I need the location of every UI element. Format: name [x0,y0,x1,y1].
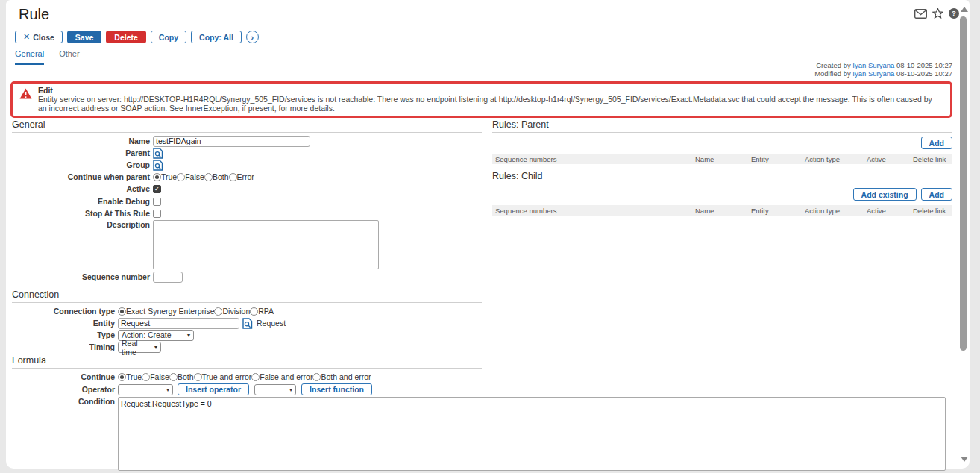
type-label: Type [12,331,118,340]
condition-textarea[interactable]: Request.RequestType = 0 [118,397,946,471]
error-banner: Edit Entity service on server: http://DE… [10,81,952,118]
col-name: Name [692,155,748,163]
connection-type-row: Connection type Exact Synergy Enterprise… [12,305,482,317]
save-button-label: Save [75,33,94,42]
formula-continue-row: Continue TrueFalseBothTrue and errorFals… [12,371,947,383]
formula-radio-both[interactable] [169,373,178,381]
formula-option-true-and-error: True and error [202,372,252,382]
help-icon[interactable]: ? [949,8,959,19]
rules-parent-add-label: Add [929,139,944,148]
created-datetime: 08-10-2025 10:27 [896,61,952,69]
parent-lookup-icon[interactable] [153,148,163,159]
tab-general[interactable]: General [15,49,44,65]
formula-section: Formula Continue TrueFalseBothTrue and e… [12,355,947,471]
formula-radio-false-and-error[interactable] [251,373,260,381]
connection-section-heading: Connection [12,289,482,303]
entity-lookup-icon[interactable] [242,318,253,329]
col-name: Name [692,207,748,215]
copy-all-button[interactable]: Copy: All [191,31,242,43]
rules-parent-table-header: Sequence numbers Name Entity Action type… [492,154,952,164]
insert-operator-label: Insert operator [186,385,241,394]
cwp-radio-false[interactable] [177,173,185,181]
insert-function-label: Insert function [310,385,364,394]
formula-radio-true[interactable] [118,373,126,381]
conn-option-synergy: Exact Synergy Enterprise [126,307,214,316]
conn-radio-synergy[interactable] [118,307,126,316]
header-icons: ? [914,8,959,19]
delete-button[interactable]: Delete [106,31,146,43]
entity-label: Entity [12,319,118,328]
cwp-radio-error[interactable] [229,173,237,181]
timing-select[interactable]: Real time▾ [118,342,161,353]
conn-radio-rpa[interactable] [250,307,258,316]
formula-option-false-and-error: False and error [260,372,312,382]
copy-button[interactable]: Copy [151,31,186,43]
condition-label: Condition [12,397,118,407]
insert-function-button[interactable]: Insert function [301,383,372,395]
description-label: Description [12,220,153,230]
svg-text:?: ? [952,9,956,17]
close-button-label: Close [33,33,54,42]
rules-parent-actions: Add [492,137,952,149]
timing-select-value: Real time [122,339,150,357]
enable-debug-row: Enable Debug [12,195,482,207]
chevron-down-icon: ▾ [187,332,190,339]
chevron-down-icon: ▾ [154,344,157,351]
col-action-type: Action type [802,207,864,215]
save-button[interactable]: Save [67,31,102,43]
close-button[interactable]: ✕Close [15,31,63,43]
entity-input[interactable] [118,318,239,329]
rules-child-add-label: Add [929,190,944,199]
group-lookup-icon[interactable] [153,160,163,171]
type-row: Type Action: Create▾ [12,329,482,341]
function-select[interactable]: ▾ [254,384,296,395]
condition-row: Condition Request.RequestType = 0 [12,397,947,471]
rules-child-table-header: Sequence numbers Name Entity Action type… [492,205,952,216]
sequence-number-input[interactable] [153,272,183,283]
stop-at-this-rule-row: Stop At This Rule [12,207,482,219]
scroll-up-icon[interactable] [961,7,968,12]
enable-debug-checkbox[interactable] [153,198,161,206]
name-input[interactable] [153,136,310,147]
vertical-scrollbar[interactable] [959,0,968,469]
stop-at-this-rule-checkbox[interactable] [153,210,161,218]
cwp-radio-both[interactable] [204,173,213,181]
entity-link-text: Request [257,319,286,328]
scrollbar-thumb[interactable] [960,16,967,351]
col-action-type: Action type [802,155,864,163]
continue-when-parent-label: Continue when parent [12,172,153,182]
more-actions-icon[interactable]: › [246,31,259,43]
formula-option-both-and-error: Both and error [321,372,371,382]
scroll-down-icon[interactable] [961,457,968,462]
rules-parent-add-button[interactable]: Add [921,137,952,149]
active-row: Active [12,184,482,195]
operator-select[interactable]: ▾ [118,384,173,395]
favorite-star-icon[interactable] [932,8,943,19]
col-sequence-numbers: Sequence numbers [492,207,692,215]
timing-label: Timing [12,342,118,352]
sequence-number-row: Sequence number [12,271,482,283]
rules-parent-heading: Rules: Parent [492,119,952,133]
name-row: Name [12,135,482,147]
rules-child-add-existing-button[interactable]: Add existing [853,188,917,201]
conn-radio-division[interactable] [214,307,222,316]
rules-child-add-existing-label: Add existing [861,190,908,199]
tab-bar: General Other [15,49,80,65]
mail-icon[interactable] [914,9,927,19]
connection-type-label: Connection type [12,307,118,316]
modified-user-link[interactable]: Iyan Suryana [852,69,894,78]
tab-other[interactable]: Other [59,49,80,65]
operator-label: Operator [12,385,118,395]
col-active: Active [864,155,910,163]
active-checkbox[interactable] [153,185,161,193]
cwp-radio-true[interactable] [153,173,161,181]
active-label: Active [12,184,153,194]
insert-operator-button[interactable]: Insert operator [178,383,249,395]
created-user-link[interactable]: Iyan Suryana [852,61,894,69]
description-textarea[interactable] [153,220,379,269]
formula-radio-false[interactable] [142,373,150,381]
formula-radio-both-and-error[interactable] [312,373,321,381]
cwp-option-both: Both [213,172,229,182]
formula-radio-true-and-error[interactable] [194,373,202,381]
rules-child-add-button[interactable]: Add [921,188,952,201]
